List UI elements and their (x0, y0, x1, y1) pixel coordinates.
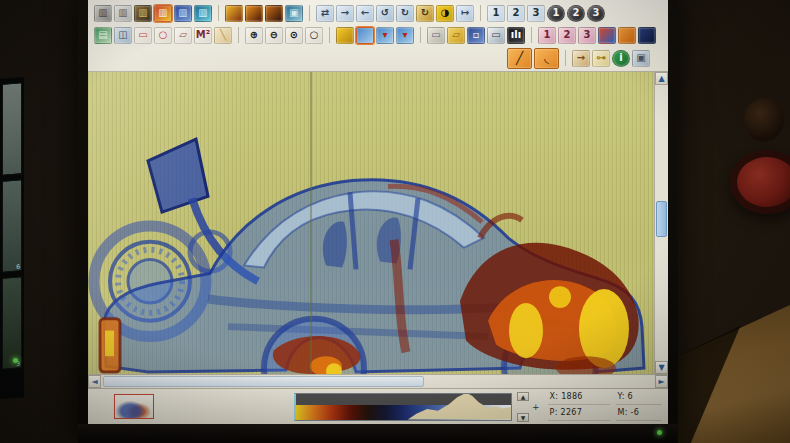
scan-prev-button[interactable]: ← (356, 5, 374, 22)
level-spinner: ▲ ▼ (517, 392, 529, 422)
load-scan-button[interactable] (356, 27, 374, 44)
scan-artifact-line (310, 72, 312, 374)
toolbar-separator (309, 5, 310, 21)
recall-image-button[interactable] (336, 27, 354, 44)
toolbar-separator (420, 27, 421, 43)
horizontal-scroll-thumb[interactable] (103, 376, 424, 387)
horizontal-scrollbar[interactable]: ◄ ► (88, 374, 668, 388)
draw-polygon-button[interactable]: ▱ (174, 27, 192, 44)
import-scan-2-button[interactable]: ▾ (396, 27, 414, 44)
material-metal-button[interactable] (638, 27, 656, 44)
power-led (657, 430, 662, 435)
scroll-right-button[interactable]: ► (655, 375, 668, 388)
xray-car-image (88, 72, 654, 374)
open-folder-button[interactable]: ▱ (447, 27, 465, 44)
draw-ellipse-button[interactable]: ○ (154, 27, 172, 44)
scroll-down-button[interactable]: ▼ (655, 361, 668, 374)
zoom-actual-button[interactable]: ⊙ (285, 27, 303, 44)
vertical-scroll-track[interactable] (655, 85, 668, 361)
zoom-out-button[interactable]: ⊖ (265, 27, 283, 44)
draw-rectangle-button[interactable]: ▭ (134, 27, 152, 44)
sequence-1-button[interactable]: 1 (538, 27, 556, 44)
logout-door-button[interactable]: → (572, 50, 590, 67)
pan-view-button[interactable]: ↦ (456, 5, 474, 22)
save-button[interactable]: ▫ (467, 27, 485, 44)
material-organic-button[interactable] (618, 27, 636, 44)
image-stamp-button[interactable]: ◫ (114, 27, 132, 44)
xray-application-window: ▥▥▥▥▥▥▣⇄→←↺↻↻◑↦123123 ▤◫▭○▱M²╲⊕⊖⊙○▾▾▭▱▫▭… (88, 0, 668, 424)
preset-view-3-button[interactable]: 3 (527, 5, 545, 22)
scan-compare-button[interactable]: ⇄ (316, 5, 334, 22)
histogram-button[interactable]: ılı (507, 27, 525, 44)
print-button[interactable]: ▭ (487, 27, 505, 44)
rotate-left-button[interactable]: ↺ (376, 5, 394, 22)
scan-thumbnail[interactable] (114, 394, 154, 419)
toolbar-separator (480, 5, 481, 21)
zoom-fit-button[interactable]: ○ (305, 27, 323, 44)
material-analysis-pie-button[interactable] (598, 27, 616, 44)
import-scan-1-button[interactable]: ▾ (376, 27, 394, 44)
palette-grayscale-light-button[interactable]: ▥ (114, 5, 132, 22)
emergency-stop-button[interactable] (730, 150, 790, 214)
spinner-down-button[interactable]: ▼ (517, 413, 529, 422)
toolbar-row-3: ╱◟→⊶i▣ (94, 46, 664, 70)
measure-ruler-button[interactable]: ╲ (214, 27, 232, 44)
toolbar-separator (238, 27, 239, 43)
scan-image-area[interactable] (88, 72, 654, 374)
preset-view-1-button[interactable]: 1 (487, 5, 505, 22)
monitor-bezel-bottom (78, 424, 678, 443)
cursor-tracker-icon: + (532, 402, 540, 412)
toolbar-separator (565, 50, 566, 66)
cctv-tile (2, 82, 22, 175)
id-card-button[interactable]: ▭ (427, 27, 445, 44)
palette-cyan-button[interactable]: ▥ (194, 5, 212, 22)
scan-viewport: ▲ ▼ (88, 72, 668, 374)
coord-y: Y: 6 (616, 392, 662, 405)
preset-view-2-button[interactable]: 2 (507, 5, 525, 22)
zoom-in-button[interactable]: ⊕ (245, 27, 263, 44)
palette-grayscale-button[interactable]: ▥ (94, 5, 112, 22)
cctv-power-led (13, 358, 18, 363)
coord-m: M: -6 (616, 408, 662, 421)
vertical-scrollbar[interactable]: ▲ ▼ (654, 72, 668, 374)
sequence-3-button[interactable]: 3 (578, 27, 596, 44)
status-bar: ▲ ▼ + X: 1886 Y: 6 P: 2267 M: -6 (88, 388, 668, 424)
workstation-button[interactable]: ▣ (632, 50, 650, 67)
key-access-button[interactable]: ⊶ (592, 50, 610, 67)
vertical-scroll-thumb[interactable] (656, 201, 667, 237)
toolbar-separator (218, 5, 219, 21)
rotate-right-button[interactable]: ↻ (396, 5, 414, 22)
toolbar-row-2: ▤◫▭○▱M²╲⊕⊖⊙○▾▾▭▱▫▭ılı123 (94, 24, 664, 46)
sequence-2-button[interactable]: 2 (558, 27, 576, 44)
cctv-tile: 3 (2, 276, 22, 369)
rotate-reset-button[interactable]: ↻ (416, 5, 434, 22)
scroll-left-button[interactable]: ◄ (88, 375, 101, 388)
scroll-up-button[interactable]: ▲ (655, 72, 668, 85)
measure-area-button[interactable]: M² (194, 27, 212, 44)
cctv-tile: 6 (2, 179, 22, 272)
cctv-wall-monitor: 63 (0, 77, 24, 399)
search-inorganic-icon-button[interactable] (245, 5, 263, 22)
palette-blue-button[interactable]: ▥ (174, 5, 192, 22)
zone-2-button[interactable]: 2 (567, 5, 585, 22)
main-toolbar: ▥▥▥▥▥▥▣⇄→←↺↻↻◑↦123123 ▤◫▭○▱M²╲⊕⊖⊙○▾▾▭▱▫▭… (88, 0, 668, 72)
toolbar-separator (531, 27, 532, 43)
about-info-button[interactable]: i (612, 50, 630, 67)
lut-linear-button[interactable]: ╱ (507, 48, 532, 69)
palette-color-button[interactable]: ▥ (154, 5, 172, 22)
coord-p: P: 2267 (548, 408, 610, 421)
scan-next-button[interactable]: → (336, 5, 354, 22)
density-histogram-panel[interactable] (294, 393, 512, 421)
dual-view-button[interactable]: ▣ (285, 5, 303, 22)
spinner-up-button[interactable]: ▲ (517, 392, 529, 401)
zone-3-button[interactable]: 3 (587, 5, 605, 22)
control-knob (744, 98, 784, 142)
zone-1-button[interactable]: 1 (547, 5, 565, 22)
search-organic-icon-button[interactable] (225, 5, 243, 22)
image-info-button[interactable]: ▤ (94, 27, 112, 44)
palette-sepia-button[interactable]: ▥ (134, 5, 152, 22)
search-metal-icon-button[interactable] (265, 5, 283, 22)
horizontal-scroll-track[interactable] (101, 375, 655, 388)
lut-curve-button[interactable]: ◟ (534, 48, 559, 69)
invert-contrast-button[interactable]: ◑ (436, 5, 454, 22)
